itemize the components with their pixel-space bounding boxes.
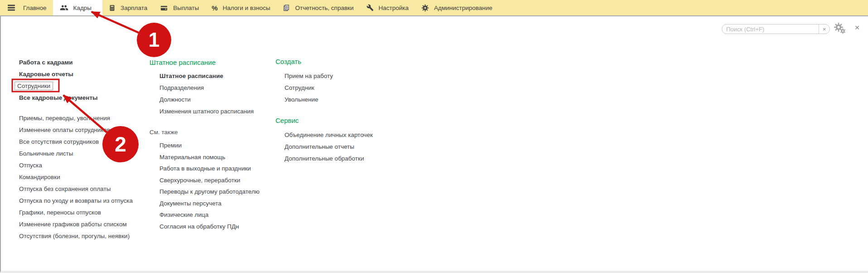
link-izmenenie-oplaty[interactable]: Изменение оплаты сотрудников <box>19 124 133 136</box>
right-column: Создать Прием на работу Сотрудник Увольн… <box>275 55 373 164</box>
link-kadrovye-otchety[interactable]: Кадровые отчеты <box>19 68 133 80</box>
gear-icon <box>421 4 429 12</box>
section-header-sozdat: Создать <box>275 55 373 67</box>
link-sverhurochnye[interactable]: Сверхурочные, переработки <box>159 175 260 186</box>
link-dopolnitelnye-obrabotki[interactable]: Дополнительные обработки <box>285 152 373 164</box>
link-otpuska[interactable]: Отпуска <box>19 159 133 171</box>
search-placeholder: Поиск (Ctrl+F) <box>722 26 819 33</box>
search-input[interactable]: Поиск (Ctrl+F) × <box>722 24 830 34</box>
tab-label: Выплаты <box>173 5 199 11</box>
tab-label: Зарплата <box>121 5 147 11</box>
tab-zarplata[interactable]: Зарплата <box>102 0 154 15</box>
link-dolzhnosti[interactable]: Должности <box>159 93 260 105</box>
link-grafiki-perenosy[interactable]: Графики, переносы отпусков <box>19 206 133 218</box>
link-izmenenie-grafikov[interactable]: Изменение графиков работы списком <box>19 218 133 230</box>
see-also-label: См. также <box>149 126 260 138</box>
people-icon <box>60 4 68 11</box>
tab-glavnoe[interactable]: Главное <box>17 0 53 15</box>
left-column: Работа с кадрами Кадровые отчеты Сотрудн… <box>19 56 133 242</box>
panel-settings-button[interactable] <box>834 22 848 36</box>
link-uvolnenie[interactable]: Увольнение <box>285 93 373 105</box>
link-dopolnitelnye-otchety[interactable]: Дополнительные отчеты <box>285 141 373 152</box>
tab-otchetnost[interactable]: Отчетность, справки <box>276 0 360 15</box>
link-premii[interactable]: Премии <box>159 140 260 151</box>
percent-icon: % <box>212 4 217 12</box>
tab-vyplaty[interactable]: Выплаты <box>154 0 205 15</box>
tab-administrirovanie[interactable]: Администрирование <box>415 0 499 15</box>
tab-label: Настройка <box>379 5 409 11</box>
gear-small-icon <box>840 28 846 34</box>
link-dokumenty-persucheta[interactable]: Документы персучета <box>159 198 260 210</box>
tab-label: Кадры <box>73 5 92 11</box>
link-izmeneniya-shtatnogo[interactable]: Изменения штатного расписания <box>159 105 260 117</box>
link-sotrudnik[interactable]: Сотрудник <box>285 82 373 93</box>
tab-label: Отчетность, справки <box>295 5 353 11</box>
link-rabota-v-vyhodnye[interactable]: Работа в выходные и праздники <box>159 163 260 175</box>
main-menu-button[interactable] <box>8 0 15 15</box>
link-shtatnoe-raspisanie[interactable]: Штатное расписание <box>159 70 260 82</box>
link-otpuska-bez-sohraneniya[interactable]: Отпуска без сохранения оплаты <box>19 183 133 195</box>
tab-kadry[interactable]: Кадры <box>53 0 102 15</box>
link-obedinenie-kartochek[interactable]: Объединение личных карточек <box>285 129 373 141</box>
link-fizicheskie-litsa[interactable]: Физические лица <box>159 209 260 221</box>
tab-nastroyka[interactable]: Настройка <box>360 0 415 15</box>
link-podrazdeleniya[interactable]: Подразделения <box>159 82 260 93</box>
tab-label: Администрирование <box>434 5 492 11</box>
tab-nalogi[interactable]: % Налоги и взносы <box>205 0 276 15</box>
close-panel-button[interactable]: × <box>853 23 862 33</box>
link-otsutstviya-bolezni[interactable]: Отсутствия (болезни, прогулы, неявки) <box>19 230 133 242</box>
link-vse-otsutstviya[interactable]: Все отсутствия сотрудников <box>19 136 133 147</box>
tab-label: Налоги и взносы <box>223 5 270 11</box>
main-menu-bar: Главное Кадры Зарплата Выплаты % Налоги <box>0 0 868 16</box>
calculator-icon <box>109 4 116 12</box>
report-pages-icon <box>283 4 290 12</box>
link-otpuska-po-uhodu[interactable]: Отпуска по уходу и возвраты из отпуска <box>19 195 133 206</box>
wallet-card-icon <box>160 5 168 11</box>
section-header-shtatnoe-raspisanie: Штатное расписание <box>149 56 260 68</box>
wrench-icon <box>366 4 374 11</box>
link-rabota-s-kadrami[interactable]: Работа с кадрами <box>19 56 133 68</box>
middle-column: Штатное расписание Штатное расписание По… <box>149 56 260 232</box>
section-header-servis: Сервис <box>275 114 373 126</box>
link-komandirovki[interactable]: Командировки <box>19 171 133 183</box>
tab-label: Главное <box>23 5 47 11</box>
clear-search-icon[interactable]: × <box>819 26 829 33</box>
link-sotrudniki[interactable]: Сотрудники <box>14 82 53 90</box>
link-priemy-perevody[interactable]: Приемы, переводы, увольнения <box>19 112 133 124</box>
link-vse-kadrovye-dokumenty[interactable]: Все кадровые документы <box>19 92 133 103</box>
link-soglasiya-pdn[interactable]: Согласия на обработку ПДн <box>159 221 260 233</box>
link-sotrudniki-row: Сотрудники <box>19 80 133 92</box>
link-perevody-k-drugomu[interactable]: Переводы к другому работодателю <box>159 186 260 198</box>
link-materialnaya-pomosch[interactable]: Материальная помощь <box>159 151 260 163</box>
link-priem-na-rabotu[interactable]: Прием на работу <box>285 70 373 82</box>
hamburger-icon <box>8 5 15 11</box>
link-bolnichnye-listy[interactable]: Больничные листы <box>19 147 133 159</box>
